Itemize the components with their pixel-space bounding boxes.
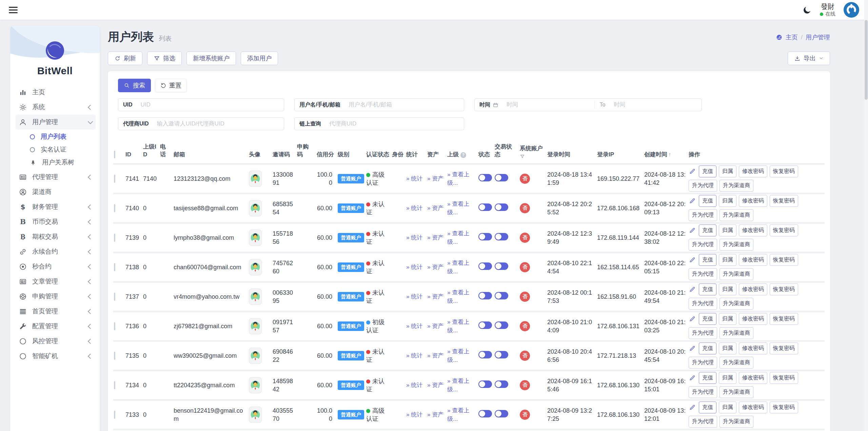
time-start-input[interactable] [503,99,594,111]
view-parent-link[interactable]: » 查看上级... [447,348,469,363]
action-restore-password-button[interactable]: 恢复密码 [770,283,798,295]
assets-link[interactable]: » 资产 [427,264,443,270]
action-attribution-button[interactable]: 归属 [719,313,736,325]
row-checkbox[interactable] [114,352,115,360]
action-promote-channel-button[interactable]: 升为渠道商 [719,209,753,221]
refresh-button[interactable]: 刷新 [108,52,142,65]
breadcrumb-home[interactable]: 主页 [786,33,798,41]
action-change-password-button[interactable]: 修改密码 [739,313,767,325]
scrollbar-thumb[interactable] [865,20,868,100]
action-restore-password-button[interactable]: 恢复密码 [770,224,798,236]
action-promote-channel-button[interactable]: 升为渠道商 [719,180,753,192]
avatar[interactable] [249,259,262,275]
select-all-checkbox[interactable] [114,151,115,158]
agent-uid-input[interactable] [154,118,284,130]
action-promote-agent-button[interactable]: 升为代理 [689,298,717,310]
view-parent-link[interactable]: » 查看上级... [447,378,469,393]
column-filter-icon[interactable] [520,154,525,159]
edit-icon[interactable] [689,374,696,381]
stats-link[interactable]: » 统计 [406,352,422,359]
action-restore-password-button[interactable]: 恢复密码 [770,342,798,354]
sidebar-item-9[interactable]: 秒合约 [16,259,96,274]
view-parent-link[interactable]: » 查看上级... [447,260,469,275]
action-restore-password-button[interactable]: 恢复密码 [770,313,798,325]
action-promote-channel-button[interactable]: 升为渠道商 [719,416,753,428]
action-attribution-button[interactable]: 归属 [719,401,736,413]
assets-link[interactable]: » 资产 [427,382,443,388]
row-checkbox[interactable] [114,234,115,242]
sidebar-item-11[interactable]: 申购管理 [16,289,96,304]
action-promote-agent-button[interactable]: 升为代理 [689,327,717,339]
filter-button[interactable]: 筛选 [147,52,182,65]
action-promote-agent-button[interactable]: 升为代理 [689,180,717,192]
edit-icon[interactable] [689,197,696,204]
avatar[interactable] [249,171,262,187]
edit-icon[interactable] [689,345,696,352]
export-button[interactable]: 导出 [788,52,830,65]
action-attribution-button[interactable]: 归属 [719,372,736,384]
status-toggle[interactable] [478,321,492,329]
sidebar-item-6[interactable]: B币币交易 [16,214,96,229]
action-attribution-button[interactable]: 归属 [719,195,736,207]
action-promote-agent-button[interactable]: 升为代理 [689,416,717,428]
sort-asc-icon[interactable]: ↑ [668,152,671,157]
sidebar-item-4[interactable]: 渠道商 [16,184,96,199]
avatar[interactable] [249,230,262,246]
trade-status-toggle[interactable] [495,351,508,358]
action-promote-channel-button[interactable]: 升为渠道商 [719,268,753,280]
action-restore-password-button[interactable]: 恢复密码 [770,372,798,384]
new-system-account-button[interactable]: 新增系统账户 [186,52,236,65]
status-toggle[interactable] [478,203,492,211]
action-promote-channel-button[interactable]: 升为渠道商 [719,298,753,310]
assets-link[interactable]: » 资产 [427,234,443,241]
action-change-password-button[interactable]: 修改密码 [739,283,767,295]
view-parent-link[interactable]: » 查看上级... [447,289,469,304]
action-change-password-button[interactable]: 修改密码 [739,372,767,384]
sidebar-item-3[interactable]: 代理管理 [16,170,96,184]
action-restore-password-button[interactable]: 恢复密码 [770,195,798,207]
action-attribution-button[interactable]: 归属 [719,342,736,354]
page-scrollbar[interactable] [864,0,868,431]
action-change-password-button[interactable]: 修改密码 [739,401,767,413]
action-promote-agent-button[interactable]: 升为代理 [689,239,717,251]
action-recharge-button[interactable]: 充值 [699,195,716,207]
trade-status-toggle[interactable] [495,321,508,329]
stats-link[interactable]: » 统计 [406,205,422,211]
assets-link[interactable]: » 资产 [427,323,443,329]
action-change-password-button[interactable]: 修改密码 [739,342,767,354]
uid-input[interactable] [137,99,284,111]
action-recharge-button[interactable]: 充值 [699,254,716,266]
action-change-password-button[interactable]: 修改密码 [739,254,767,266]
action-promote-agent-button[interactable]: 升为代理 [689,357,717,369]
trade-status-toggle[interactable] [495,380,508,388]
sidebar-item-13[interactable]: 配置管理 [16,319,96,334]
action-recharge-button[interactable]: 充值 [699,224,716,236]
view-parent-link[interactable]: » 查看上级... [447,171,469,186]
stats-link[interactable]: » 统计 [406,382,422,388]
sidebar-item-14[interactable]: 风控管理 [16,334,96,349]
edit-icon[interactable] [689,168,696,175]
trade-status-toggle[interactable] [495,292,508,299]
action-restore-password-button[interactable]: 恢复密码 [770,254,798,266]
action-recharge-button[interactable]: 充值 [699,372,716,384]
action-promote-channel-button[interactable]: 升为渠道商 [719,357,753,369]
action-attribution-button[interactable]: 归属 [719,165,736,177]
stats-link[interactable]: » 统计 [406,323,422,329]
action-attribution-button[interactable]: 归属 [719,224,736,236]
action-recharge-button[interactable]: 充值 [699,283,716,295]
row-checkbox[interactable] [114,263,115,271]
row-checkbox[interactable] [114,411,115,419]
sidebar-subitem-2-1[interactable]: 实名认证 [16,143,96,156]
status-toggle[interactable] [478,262,492,270]
trade-status-toggle[interactable] [495,233,508,240]
action-promote-channel-button[interactable]: 升为渠道商 [719,386,753,398]
view-parent-link[interactable]: » 查看上级... [447,407,469,422]
status-toggle[interactable] [478,380,492,388]
sidebar-item-1[interactable]: 系统 [16,100,96,115]
sidebar-item-0[interactable]: 主页 [16,85,96,100]
action-restore-password-button[interactable]: 恢复密码 [770,401,798,413]
action-promote-channel-button[interactable]: 升为渠道商 [719,327,753,339]
assets-link[interactable]: » 资产 [427,175,443,182]
avatar[interactable] [249,318,262,334]
action-promote-agent-button[interactable]: 升为代理 [689,386,717,398]
